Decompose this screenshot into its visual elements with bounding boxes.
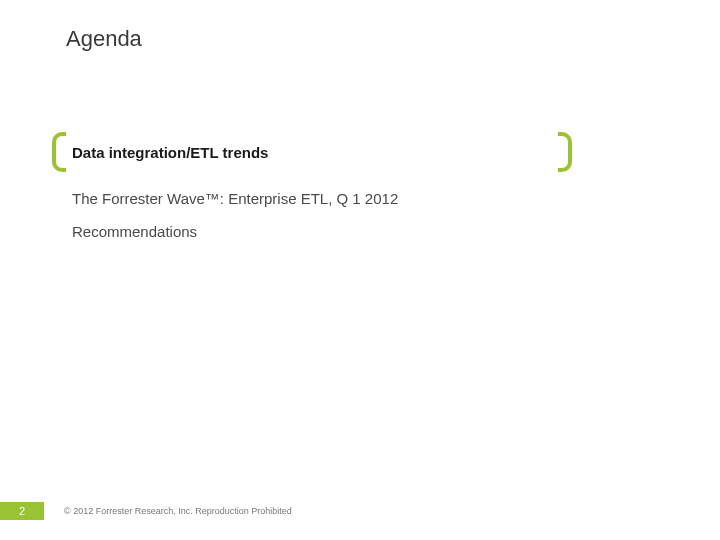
agenda-item: Recommendations <box>52 215 572 248</box>
copyright-text: © 2012 Forrester Research, Inc. Reproduc… <box>64 506 292 516</box>
agenda-item-label: Data integration/ETL trends <box>72 132 268 172</box>
page-number: 2 <box>0 502 44 520</box>
bracket-right-icon <box>558 132 572 172</box>
agenda-item-highlighted: Data integration/ETL trends <box>52 132 572 172</box>
slide: Agenda Data integration/ETL trends The F… <box>0 0 720 540</box>
agenda-item: The Forrester Wave™: Enterprise ETL, Q 1… <box>52 182 572 215</box>
slide-title: Agenda <box>66 26 142 52</box>
agenda-list: Data integration/ETL trends The Forreste… <box>52 132 572 248</box>
bracket-left-icon <box>52 132 66 172</box>
slide-footer: 2 © 2012 Forrester Research, Inc. Reprod… <box>0 502 292 520</box>
